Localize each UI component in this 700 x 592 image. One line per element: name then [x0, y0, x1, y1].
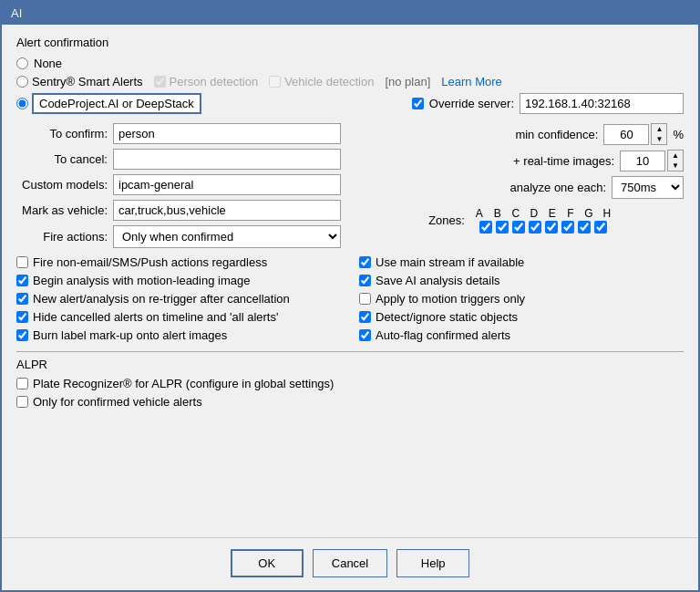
real-time-images-label: + real-time images: — [513, 154, 614, 168]
plate-recognizer-item[interactable]: Plate Recognizer® for ALPR (configure in… — [16, 377, 684, 390]
cb3-item[interactable]: New alert/analysis on re-trigger after c… — [16, 292, 341, 306]
cb10-label: Auto-flag confirmed alerts — [376, 328, 510, 342]
override-group: Override server: — [211, 93, 684, 114]
cb7-checkbox[interactable] — [359, 275, 371, 286]
cb1-label: Fire non-email/SMS/Push actions regardle… — [33, 255, 267, 269]
none-radio-row: None — [16, 57, 684, 70]
right-col: min confidence: ▲ ▼ % + real-time images… — [359, 123, 684, 248]
to-confirm-label: To confirm: — [16, 127, 108, 140]
real-time-spinbtns: ▲ ▼ — [667, 150, 684, 171]
to-confirm-input[interactable] — [113, 123, 341, 144]
to-cancel-input[interactable] — [113, 149, 341, 170]
real-time-up[interactable]: ▲ — [668, 151, 683, 161]
zones-section: Zones: A B C D E F G H — [359, 207, 684, 234]
checkboxes-section: Fire non-email/SMS/Push actions regardle… — [16, 255, 684, 342]
zone-c-check[interactable] — [512, 221, 525, 234]
min-confidence-down[interactable]: ▼ — [652, 134, 666, 144]
min-confidence-spinbtns: ▲ ▼ — [651, 123, 667, 145]
zones-checkboxes — [479, 221, 607, 234]
cb3-label: New alert/analysis on re-trigger after c… — [33, 292, 290, 306]
cb4-checkbox[interactable] — [16, 311, 28, 323]
cb7-item[interactable]: Save AI analysis details — [359, 274, 684, 287]
cb2-checkbox[interactable] — [16, 275, 28, 286]
mark-as-vehicle-label: Mark as vehicle: — [16, 203, 108, 217]
alert-confirmation-label: Alert confirmation — [16, 36, 684, 49]
cb5-checkbox[interactable] — [16, 329, 28, 341]
override-server-checkbox[interactable] — [412, 98, 424, 109]
cb10-checkbox[interactable] — [359, 329, 371, 341]
alpr-section: ALPR Plate Recognizer® for ALPR (configu… — [16, 358, 684, 409]
real-time-down[interactable]: ▼ — [668, 161, 683, 171]
custom-models-input[interactable] — [113, 174, 341, 195]
cb8-item[interactable]: Apply to motion triggers only — [359, 292, 684, 306]
cb8-label: Apply to motion triggers only — [376, 292, 525, 306]
cb4-item[interactable]: Hide cancelled alerts on timeline and 'a… — [16, 310, 341, 324]
min-confidence-up[interactable]: ▲ — [652, 124, 666, 134]
no-plan-label: [no plan] — [385, 75, 430, 88]
cb4-label: Hide cancelled alerts on timeline and 'a… — [33, 310, 278, 324]
real-time-input[interactable] — [620, 151, 665, 171]
radio-sentry[interactable] — [16, 76, 28, 88]
cb1-item[interactable]: Fire non-email/SMS/Push actions regardle… — [16, 255, 341, 269]
cb9-item[interactable]: Detect/ignore static objects — [359, 310, 684, 324]
analyze-select[interactable]: 750ms 500ms 1000ms 1500ms — [612, 176, 684, 199]
codeproject-row: CodeProject.AI or DeepStack Override ser… — [16, 93, 684, 114]
zone-h-check[interactable] — [594, 221, 607, 234]
cb8-checkbox[interactable] — [359, 293, 371, 305]
min-confidence-spinner: ▲ ▼ — [603, 123, 667, 145]
mark-as-vehicle-row: Mark as vehicle: — [16, 200, 341, 221]
zone-g-check[interactable] — [578, 221, 591, 234]
override-server-input[interactable] — [520, 93, 684, 114]
form-grid: To confirm: To cancel: Custom models: Ma… — [16, 123, 684, 248]
override-server-label: Override server: — [429, 97, 514, 110]
cb7-label: Save AI analysis details — [376, 274, 500, 287]
zone-d-check[interactable] — [529, 221, 541, 234]
cancel-button[interactable]: Cancel — [313, 549, 387, 577]
cb3-checkbox[interactable] — [16, 293, 28, 305]
cb5-item[interactable]: Burn label mark-up onto alert images — [16, 328, 341, 342]
fire-actions-label: Fire actions: — [16, 230, 108, 244]
cb1-checkbox[interactable] — [16, 256, 28, 268]
cb6-item[interactable]: Use main stream if available — [359, 255, 684, 269]
cb9-checkbox[interactable] — [359, 311, 371, 323]
left-col: To confirm: To cancel: Custom models: Ma… — [16, 123, 341, 248]
zone-a-check[interactable] — [479, 221, 492, 234]
custom-models-row: Custom models: — [16, 174, 341, 195]
zones-letters: A B C D E F G H — [472, 207, 614, 220]
none-label[interactable]: None — [34, 57, 62, 70]
vehicle-detection-checkbox[interactable] — [269, 76, 281, 88]
dialog-title: AI — [11, 6, 22, 20]
ok-button[interactable]: OK — [231, 549, 304, 577]
plate-recognizer-label: Plate Recognizer® for ALPR (configure in… — [33, 377, 334, 390]
zone-e-check[interactable] — [545, 221, 558, 234]
to-confirm-row: To confirm: — [16, 123, 341, 144]
vehicle-detection-label: Vehicle detection — [284, 75, 374, 88]
analyze-label: analyze one each: — [510, 181, 606, 194]
cb10-item[interactable]: Auto-flag confirmed alerts — [359, 328, 684, 342]
ai-dialog: AI Alert confirmation None Sentry® Smart… — [0, 0, 700, 592]
help-button[interactable]: Help — [396, 549, 469, 577]
min-confidence-label: min confidence: — [515, 128, 598, 141]
to-cancel-label: To cancel: — [16, 152, 108, 166]
cb2-item[interactable]: Begin analysis with motion-leading image — [16, 274, 341, 287]
cb6-checkbox[interactable] — [359, 256, 371, 268]
learn-more-link[interactable]: Learn More — [441, 75, 501, 88]
min-confidence-input[interactable] — [603, 124, 649, 145]
plate-recognizer-checkbox[interactable] — [16, 378, 28, 389]
to-cancel-row: To cancel: — [16, 149, 341, 170]
min-confidence-row: min confidence: ▲ ▼ % — [359, 123, 684, 145]
mark-as-vehicle-input[interactable] — [113, 200, 341, 221]
fire-actions-row: Fire actions: Only when confirmed Always… — [16, 225, 341, 248]
person-detection-checkbox[interactable] — [154, 76, 166, 88]
cb2-label: Begin analysis with motion-leading image — [33, 274, 250, 287]
zone-b-check[interactable] — [496, 221, 509, 234]
zone-f-check[interactable] — [561, 221, 574, 234]
fire-actions-select[interactable]: Only when confirmed Always Never — [113, 225, 341, 248]
radio-none[interactable] — [16, 57, 28, 69]
only-confirmed-checkbox[interactable] — [16, 396, 28, 408]
pct-label: % — [673, 128, 684, 141]
sentry-label[interactable]: Sentry® Smart Alerts — [32, 75, 143, 88]
radio-codeproject[interactable] — [16, 98, 28, 109]
footer: OK Cancel Help — [2, 537, 698, 590]
only-confirmed-item[interactable]: Only for confirmed vehicle alerts — [16, 395, 684, 409]
